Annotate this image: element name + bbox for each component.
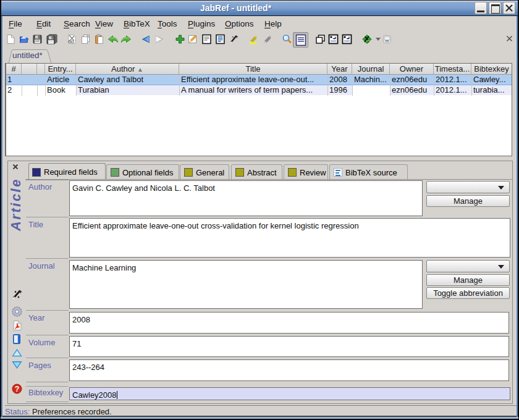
svg-text:?: ? — [15, 385, 20, 393]
